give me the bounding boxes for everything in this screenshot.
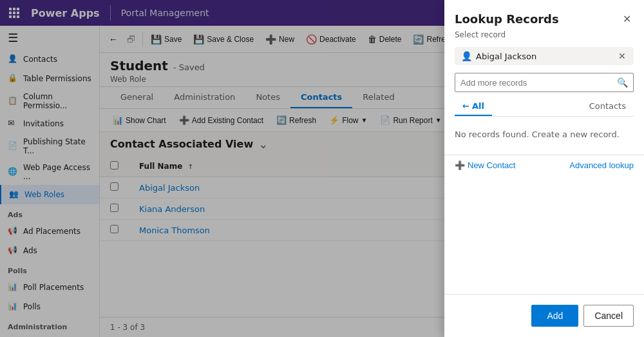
close-icon: ✕ — [623, 14, 631, 24]
new-contact-icon: ➕ — [455, 160, 465, 170]
add-button[interactable]: Add — [531, 305, 578, 327]
lookup-actions: ➕ New Contact Advanced lookup — [444, 155, 644, 175]
new-contact-label: New Contact — [468, 160, 515, 170]
cancel-button[interactable]: Cancel — [583, 305, 634, 327]
search-row: 🔍 — [455, 73, 634, 92]
new-contact-button[interactable]: ➕ New Contact — [455, 160, 515, 170]
lookup-title: Lookup Records — [455, 12, 559, 26]
lookup-tab-arrow-left: ← — [462, 101, 469, 111]
lookup-subtitle: Select record — [444, 30, 644, 47]
search-input[interactable] — [455, 74, 612, 91]
selected-record-tag: 👤 Abigal Jackson ✕ — [455, 47, 634, 65]
lookup-footer: Add Cancel — [444, 294, 644, 337]
lookup-tab-contacts[interactable]: Contacts — [582, 97, 634, 116]
lookup-header: Lookup Records ✕ — [444, 0, 644, 30]
search-button[interactable]: 🔍 — [612, 73, 633, 91]
selected-name: Abigal Jackson — [476, 52, 536, 61]
advanced-lookup-button[interactable]: Advanced lookup — [569, 160, 634, 170]
tag-person-icon: 👤 — [461, 51, 472, 61]
no-records-message: No records found. Create a new record. — [444, 117, 644, 152]
lookup-panel: Lookup Records ✕ Select record 👤 Abigal … — [444, 0, 644, 337]
lookup-tab-all[interactable]: ← All — [455, 97, 492, 116]
lookup-tabs: ← All Contacts — [455, 97, 634, 117]
lookup-close-button[interactable]: ✕ — [620, 10, 634, 28]
advanced-lookup-label: Advanced lookup — [569, 160, 634, 170]
tag-remove-button[interactable]: ✕ — [617, 51, 627, 61]
search-icon: 🔍 — [617, 77, 628, 88]
